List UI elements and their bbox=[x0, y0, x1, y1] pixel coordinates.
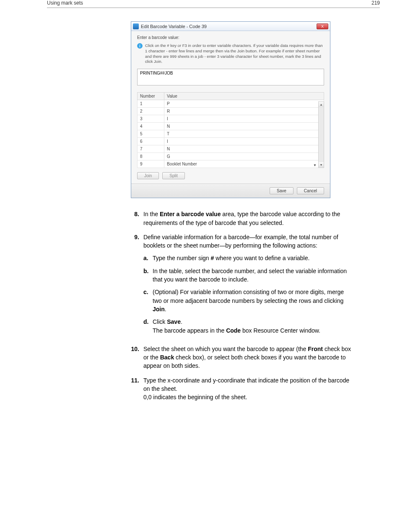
barcode-value-input[interactable] bbox=[137, 69, 324, 85]
table-row[interactable]: 6I bbox=[138, 138, 324, 145]
step-8: 8. In the Enter a barcode value area, ty… bbox=[131, 210, 353, 227]
values-table-wrap: Number Value 1P 2R 3I 4N 5T 6I 7N 8G 9Bo… bbox=[137, 92, 324, 168]
table-row[interactable]: 1P bbox=[138, 100, 324, 108]
col-value-header: Value bbox=[164, 93, 324, 100]
table-row[interactable]: 7N bbox=[138, 145, 324, 153]
dropdown-arrow-icon[interactable]: ▼ bbox=[313, 163, 317, 167]
info-text: Click on the # key or F3 in order to ent… bbox=[145, 43, 324, 65]
edit-barcode-dialog: Edit Barcode Variable - Code 39 X Enter … bbox=[131, 21, 330, 198]
save-button[interactable]: Save bbox=[270, 187, 294, 194]
dialog-titlebar: Edit Barcode Variable - Code 39 X bbox=[131, 22, 330, 31]
close-button[interactable]: X bbox=[317, 23, 328, 29]
dialog-title: Edit Barcode Variable - Code 39 bbox=[141, 24, 317, 29]
cancel-button[interactable]: Cancel bbox=[297, 187, 324, 194]
page-header: Using mark sets 219 bbox=[47, 0, 380, 8]
info-panel: i Click on the # key or F3 in order to e… bbox=[137, 43, 324, 65]
prompt-label: Enter a barcode value: bbox=[137, 35, 324, 40]
table-row[interactable]: 9Booklet Number bbox=[138, 160, 324, 168]
instruction-list: 8. In the Enter a barcode value area, ty… bbox=[131, 210, 353, 401]
step-9c: c. (Optional) For variable information c… bbox=[143, 288, 353, 313]
scroll-down-icon[interactable]: ▼ bbox=[319, 162, 324, 168]
split-button[interactable]: Split bbox=[162, 172, 184, 179]
scroll-up-icon[interactable]: ▲ bbox=[319, 102, 324, 107]
table-row[interactable]: 4N bbox=[138, 123, 324, 130]
step-9: 9. Define variable information for a bar… bbox=[131, 233, 353, 339]
close-icon: X bbox=[321, 24, 324, 28]
scrollbar[interactable]: ▲ ▼ bbox=[318, 101, 324, 168]
table-row[interactable]: 5T bbox=[138, 130, 324, 138]
col-number-header: Number bbox=[138, 93, 164, 100]
table-row[interactable]: 3I bbox=[138, 115, 324, 123]
table-row[interactable]: 2R bbox=[138, 108, 324, 115]
join-button[interactable]: Join bbox=[137, 172, 159, 179]
section-title: Using mark sets bbox=[47, 0, 83, 6]
step-9d: d. Click Save. The barcode appears in th… bbox=[143, 318, 353, 335]
info-icon: i bbox=[137, 43, 143, 49]
app-icon bbox=[133, 23, 139, 29]
step-11: 11. Type the x-coordinate and y-coordina… bbox=[131, 376, 353, 402]
table-row[interactable]: 8G bbox=[138, 153, 324, 160]
step-9b: b. In the table, select the barcode numb… bbox=[143, 267, 353, 284]
step-10: 10. Select the sheet on which you want t… bbox=[131, 345, 353, 370]
step-9a: a. Type the number sign # where you want… bbox=[143, 254, 353, 262]
page-number: 219 bbox=[371, 0, 380, 6]
values-table: Number Value 1P 2R 3I 4N 5T 6I 7N 8G 9Bo… bbox=[137, 92, 324, 168]
